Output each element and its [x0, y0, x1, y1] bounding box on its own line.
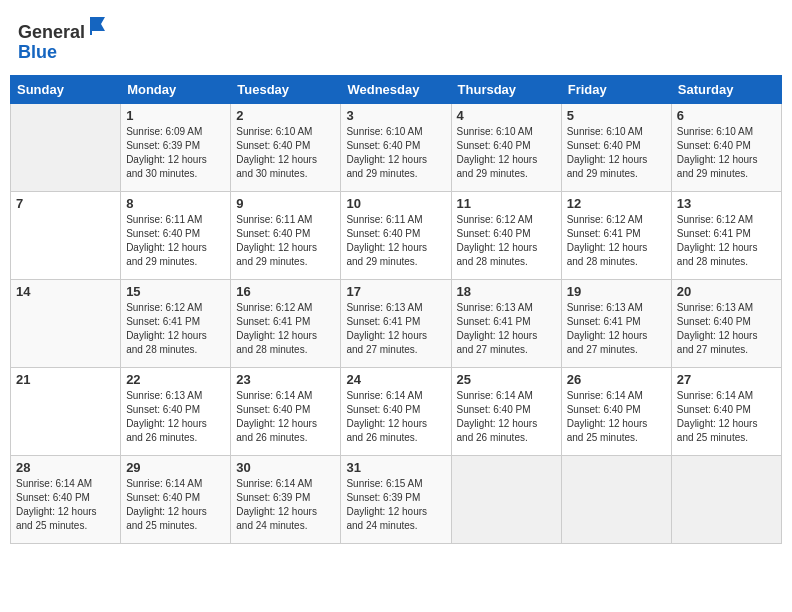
calendar-week-row: 1415Sunrise: 6:12 AM Sunset: 6:41 PM Day… [11, 279, 782, 367]
day-info: Sunrise: 6:14 AM Sunset: 6:40 PM Dayligh… [236, 389, 335, 445]
calendar-cell: 24Sunrise: 6:14 AM Sunset: 6:40 PM Dayli… [341, 367, 451, 455]
day-info: Sunrise: 6:14 AM Sunset: 6:40 PM Dayligh… [567, 389, 666, 445]
day-number: 6 [677, 108, 776, 123]
days-header-row: SundayMondayTuesdayWednesdayThursdayFrid… [11, 75, 782, 103]
calendar-cell: 14 [11, 279, 121, 367]
day-info: Sunrise: 6:12 AM Sunset: 6:41 PM Dayligh… [126, 301, 225, 357]
calendar-cell: 16Sunrise: 6:12 AM Sunset: 6:41 PM Dayli… [231, 279, 341, 367]
calendar-cell: 31Sunrise: 6:15 AM Sunset: 6:39 PM Dayli… [341, 455, 451, 543]
day-number: 9 [236, 196, 335, 211]
day-number: 17 [346, 284, 445, 299]
calendar-cell [451, 455, 561, 543]
day-info: Sunrise: 6:13 AM Sunset: 6:41 PM Dayligh… [567, 301, 666, 357]
day-info: Sunrise: 6:13 AM Sunset: 6:40 PM Dayligh… [677, 301, 776, 357]
calendar-cell: 2Sunrise: 6:10 AM Sunset: 6:40 PM Daylig… [231, 103, 341, 191]
day-number: 2 [236, 108, 335, 123]
day-number: 22 [126, 372, 225, 387]
day-number: 15 [126, 284, 225, 299]
calendar-cell: 9Sunrise: 6:11 AM Sunset: 6:40 PM Daylig… [231, 191, 341, 279]
day-number: 26 [567, 372, 666, 387]
day-info: Sunrise: 6:12 AM Sunset: 6:41 PM Dayligh… [677, 213, 776, 269]
day-header-saturday: Saturday [671, 75, 781, 103]
day-number: 25 [457, 372, 556, 387]
day-info: Sunrise: 6:15 AM Sunset: 6:39 PM Dayligh… [346, 477, 445, 533]
calendar-cell [671, 455, 781, 543]
day-number: 29 [126, 460, 225, 475]
day-number: 27 [677, 372, 776, 387]
logo: General Blue [18, 14, 111, 63]
calendar-cell: 28Sunrise: 6:14 AM Sunset: 6:40 PM Dayli… [11, 455, 121, 543]
day-number: 21 [16, 372, 115, 387]
logo-flag-icon [87, 14, 111, 38]
calendar-body: 1Sunrise: 6:09 AM Sunset: 6:39 PM Daylig… [11, 103, 782, 543]
day-info: Sunrise: 6:12 AM Sunset: 6:41 PM Dayligh… [236, 301, 335, 357]
page-header: General Blue [10, 10, 782, 67]
day-info: Sunrise: 6:09 AM Sunset: 6:39 PM Dayligh… [126, 125, 225, 181]
day-header-sunday: Sunday [11, 75, 121, 103]
calendar-cell: 23Sunrise: 6:14 AM Sunset: 6:40 PM Dayli… [231, 367, 341, 455]
calendar-cell: 30Sunrise: 6:14 AM Sunset: 6:39 PM Dayli… [231, 455, 341, 543]
calendar-cell: 4Sunrise: 6:10 AM Sunset: 6:40 PM Daylig… [451, 103, 561, 191]
day-info: Sunrise: 6:14 AM Sunset: 6:40 PM Dayligh… [457, 389, 556, 445]
day-info: Sunrise: 6:14 AM Sunset: 6:40 PM Dayligh… [346, 389, 445, 445]
day-number: 7 [16, 196, 115, 211]
day-info: Sunrise: 6:12 AM Sunset: 6:40 PM Dayligh… [457, 213, 556, 269]
calendar-cell: 20Sunrise: 6:13 AM Sunset: 6:40 PM Dayli… [671, 279, 781, 367]
calendar-cell: 6Sunrise: 6:10 AM Sunset: 6:40 PM Daylig… [671, 103, 781, 191]
day-number: 30 [236, 460, 335, 475]
day-info: Sunrise: 6:13 AM Sunset: 6:41 PM Dayligh… [457, 301, 556, 357]
day-number: 20 [677, 284, 776, 299]
day-number: 19 [567, 284, 666, 299]
day-number: 8 [126, 196, 225, 211]
calendar-cell: 22Sunrise: 6:13 AM Sunset: 6:40 PM Dayli… [121, 367, 231, 455]
day-number: 11 [457, 196, 556, 211]
day-header-wednesday: Wednesday [341, 75, 451, 103]
day-header-tuesday: Tuesday [231, 75, 341, 103]
day-info: Sunrise: 6:12 AM Sunset: 6:41 PM Dayligh… [567, 213, 666, 269]
day-number: 14 [16, 284, 115, 299]
calendar-cell: 10Sunrise: 6:11 AM Sunset: 6:40 PM Dayli… [341, 191, 451, 279]
calendar-cell: 25Sunrise: 6:14 AM Sunset: 6:40 PM Dayli… [451, 367, 561, 455]
day-number: 24 [346, 372, 445, 387]
calendar-cell: 15Sunrise: 6:12 AM Sunset: 6:41 PM Dayli… [121, 279, 231, 367]
day-number: 12 [567, 196, 666, 211]
day-number: 10 [346, 196, 445, 211]
calendar-cell: 29Sunrise: 6:14 AM Sunset: 6:40 PM Dayli… [121, 455, 231, 543]
calendar-cell [561, 455, 671, 543]
calendar-cell: 8Sunrise: 6:11 AM Sunset: 6:40 PM Daylig… [121, 191, 231, 279]
calendar-cell: 3Sunrise: 6:10 AM Sunset: 6:40 PM Daylig… [341, 103, 451, 191]
day-info: Sunrise: 6:14 AM Sunset: 6:40 PM Dayligh… [677, 389, 776, 445]
calendar-cell: 1Sunrise: 6:09 AM Sunset: 6:39 PM Daylig… [121, 103, 231, 191]
calendar-week-row: 2122Sunrise: 6:13 AM Sunset: 6:40 PM Day… [11, 367, 782, 455]
day-info: Sunrise: 6:11 AM Sunset: 6:40 PM Dayligh… [126, 213, 225, 269]
calendar-table: SundayMondayTuesdayWednesdayThursdayFrid… [10, 75, 782, 544]
day-info: Sunrise: 6:14 AM Sunset: 6:40 PM Dayligh… [126, 477, 225, 533]
day-info: Sunrise: 6:10 AM Sunset: 6:40 PM Dayligh… [236, 125, 335, 181]
day-info: Sunrise: 6:14 AM Sunset: 6:40 PM Dayligh… [16, 477, 115, 533]
day-number: 5 [567, 108, 666, 123]
calendar-cell: 27Sunrise: 6:14 AM Sunset: 6:40 PM Dayli… [671, 367, 781, 455]
day-number: 3 [346, 108, 445, 123]
day-info: Sunrise: 6:10 AM Sunset: 6:40 PM Dayligh… [567, 125, 666, 181]
calendar-cell: 5Sunrise: 6:10 AM Sunset: 6:40 PM Daylig… [561, 103, 671, 191]
day-number: 18 [457, 284, 556, 299]
logo-blue-text: Blue [18, 42, 57, 62]
day-header-monday: Monday [121, 75, 231, 103]
day-number: 13 [677, 196, 776, 211]
calendar-cell: 7 [11, 191, 121, 279]
day-info: Sunrise: 6:11 AM Sunset: 6:40 PM Dayligh… [236, 213, 335, 269]
calendar-week-row: 1Sunrise: 6:09 AM Sunset: 6:39 PM Daylig… [11, 103, 782, 191]
day-number: 1 [126, 108, 225, 123]
day-number: 31 [346, 460, 445, 475]
calendar-cell: 26Sunrise: 6:14 AM Sunset: 6:40 PM Dayli… [561, 367, 671, 455]
calendar-cell: 11Sunrise: 6:12 AM Sunset: 6:40 PM Dayli… [451, 191, 561, 279]
day-info: Sunrise: 6:10 AM Sunset: 6:40 PM Dayligh… [457, 125, 556, 181]
calendar-week-row: 28Sunrise: 6:14 AM Sunset: 6:40 PM Dayli… [11, 455, 782, 543]
calendar-cell: 12Sunrise: 6:12 AM Sunset: 6:41 PM Dayli… [561, 191, 671, 279]
day-info: Sunrise: 6:11 AM Sunset: 6:40 PM Dayligh… [346, 213, 445, 269]
calendar-cell [11, 103, 121, 191]
calendar-cell: 19Sunrise: 6:13 AM Sunset: 6:41 PM Dayli… [561, 279, 671, 367]
calendar-cell: 21 [11, 367, 121, 455]
day-number: 4 [457, 108, 556, 123]
logo-general-text: General [18, 22, 85, 42]
